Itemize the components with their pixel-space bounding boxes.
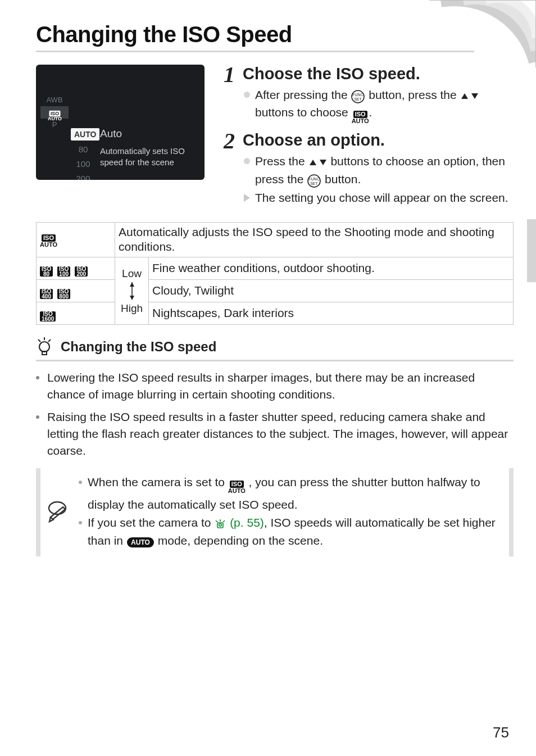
svg-line-19 <box>216 520 217 522</box>
lcd-left-item <box>40 69 69 82</box>
lcd-mid-item: 100 <box>71 157 96 171</box>
lcd-left-item-selected: ISOAUTO <box>40 106 69 119</box>
svg-point-16 <box>39 342 49 352</box>
svg-text:FUNC: FUNC <box>308 177 319 181</box>
up-down-icon <box>308 154 328 171</box>
lcd-mid-item: 200 <box>71 171 96 180</box>
svg-line-21 <box>223 520 225 522</box>
svg-line-15 <box>48 339 51 342</box>
svg-text:SET: SET <box>310 182 318 185</box>
up-down-icon <box>460 87 479 104</box>
svg-rect-17 <box>42 351 47 355</box>
step-number-2: 2 2 <box>218 128 240 154</box>
low-light-scene-icon <box>214 515 226 532</box>
iso-reference-table: ISOAUTO Automatically adjusts the ISO sp… <box>36 222 514 325</box>
lcd-mid-item: 80 <box>71 142 96 157</box>
lcd-right-desc-1: Automatically sets ISO <box>100 146 199 157</box>
note-item-1: When the camera is set to ISOAUTO , you … <box>79 474 501 513</box>
step-number-1: 1 1 <box>218 61 240 88</box>
table-cell-low-high-scale: Low High <box>115 257 149 325</box>
page-number: 75 <box>493 724 509 741</box>
lcd-right-desc-2: speed for the scene <box>100 157 199 168</box>
svg-marker-12 <box>130 296 134 300</box>
page-link[interactable]: (p. 55) <box>230 516 264 529</box>
lcd-auto-badge: AUTO <box>71 128 99 141</box>
iso-auto-icon: ISOAUTO <box>228 481 246 496</box>
table-cell-auto-desc: Automatically adjusts the ISO speed to t… <box>115 223 514 257</box>
svg-marker-11 <box>130 282 134 287</box>
table-cell-iso-low-icons: ISO80 ISO100 ISO200 <box>37 257 115 280</box>
table-cell-iso-mid-icons: ISO400 ISO800 <box>37 280 115 302</box>
table-cell-mid-desc: Cloudy, Twilight <box>149 280 514 302</box>
svg-marker-3 <box>461 93 468 99</box>
hint-lightbulb-icon <box>36 337 53 356</box>
camera-lcd-screenshot: AWB ISOAUTO P AUTO 80 100 200 Auto Autom… <box>36 65 205 180</box>
step-1-bullet: After pressing the FUNCSET button, press… <box>243 87 514 126</box>
iso-auto-icon: ISOAUTO <box>352 111 369 126</box>
func-set-icon: FUNCSET <box>351 87 365 104</box>
svg-text:AUTO: AUTO <box>131 538 150 546</box>
hint-heading: Changing the ISO speed <box>61 339 216 355</box>
hint-bullet-list: Lowering the ISO speed results in sharpe… <box>36 369 514 459</box>
auto-mode-pill-icon: AUTO <box>126 533 155 550</box>
lcd-left-item: AWB <box>40 94 69 106</box>
lcd-right-title: Auto <box>100 128 199 140</box>
svg-text:FUNC: FUNC <box>353 93 364 97</box>
hint-bullet-1: Lowering the ISO speed results in sharpe… <box>36 369 514 403</box>
note-box: When the camera is set to ISOAUTO , you … <box>36 468 514 556</box>
svg-text:SET: SET <box>355 97 362 101</box>
func-set-icon: FUNCSET <box>307 171 321 188</box>
table-cell-iso-auto-icon: ISOAUTO <box>37 223 115 257</box>
lcd-left-item <box>40 131 69 143</box>
lcd-left-item <box>40 82 69 94</box>
table-cell-iso-high-icons: ISO1600 <box>37 302 115 325</box>
hint-bullet-2: Raising the ISO speed results in a faste… <box>36 409 514 459</box>
step-2-result: The setting you chose will appear on the… <box>243 189 514 206</box>
svg-marker-5 <box>310 160 316 165</box>
step-1-heading: Choose the ISO speed. <box>243 65 514 83</box>
table-cell-low-desc: Fine weather conditions, outdoor shootin… <box>149 257 514 280</box>
note-item-2: If you set the camera to (p. 55), ISO sp… <box>79 514 501 550</box>
step-2-bullet-1: Press the buttons to choose an option, t… <box>243 153 514 188</box>
step-2-heading: Choose an option. <box>243 131 514 150</box>
pencil-note-icon <box>46 500 69 525</box>
table-cell-high-desc: Nightscapes, Dark interiors <box>149 302 514 325</box>
page-title: Changing the ISO Speed <box>36 22 514 49</box>
svg-point-23 <box>219 524 221 526</box>
svg-line-14 <box>38 339 40 342</box>
title-underline <box>36 51 474 52</box>
hint-underline <box>36 360 514 361</box>
svg-marker-4 <box>471 93 478 99</box>
svg-marker-6 <box>320 160 326 165</box>
